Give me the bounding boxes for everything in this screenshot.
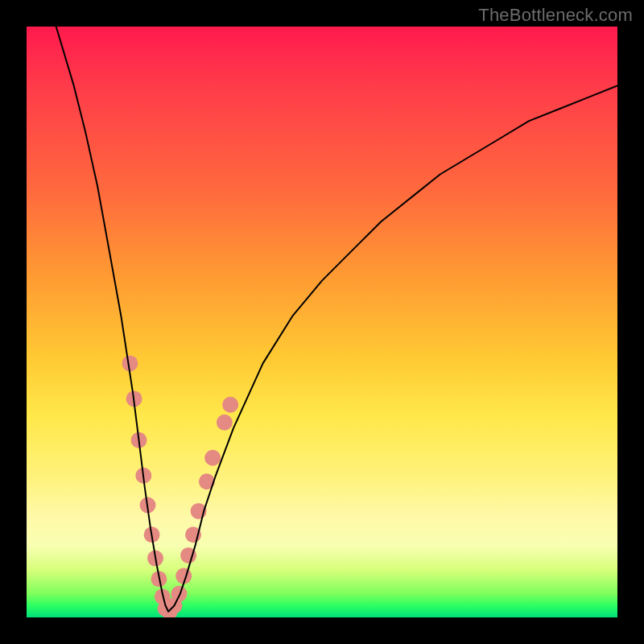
highlight-dots-layer [122,355,238,617]
highlight-dot [204,450,221,466]
bottleneck-curve-path [56,27,617,612]
plot-area [27,27,617,617]
highlight-dot [217,415,233,431]
highlight-dot [171,586,187,602]
watermark-text: TheBottleneck.com [478,5,633,26]
chart-frame: TheBottleneck.com [0,0,644,644]
chart-svg [27,27,617,617]
highlight-dot [222,397,238,413]
